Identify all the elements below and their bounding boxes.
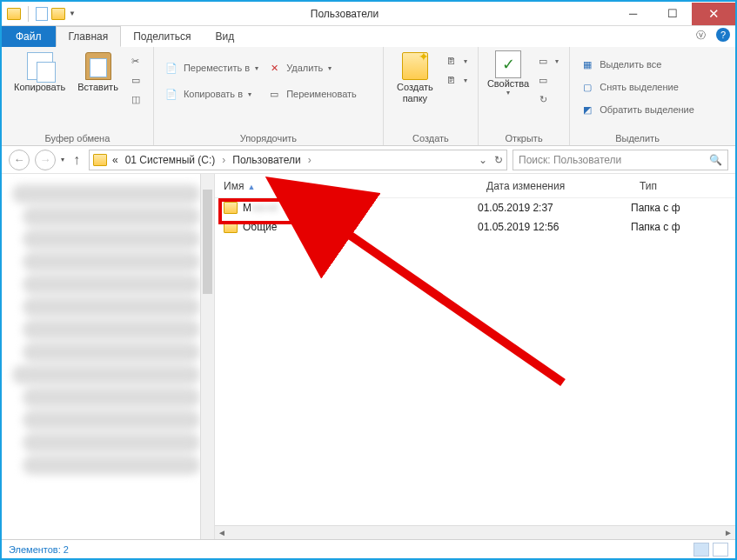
select-all-icon: ▦ (580, 57, 594, 71)
status-bar: Элементов: 2 (2, 539, 735, 558)
group-new: Создать папку 🖹▾ 🖹▾ Создать (384, 47, 479, 145)
properties-button[interactable]: Свойства ▾ (487, 50, 529, 97)
icons-view-button[interactable] (713, 543, 728, 557)
chevron-down-icon: ▾ (255, 64, 258, 72)
horizontal-scrollbar[interactable]: ◄ ► (215, 525, 735, 539)
chevron-down-icon: ▾ (555, 57, 559, 65)
tab-home[interactable]: Главная (56, 26, 122, 47)
view-switcher (693, 543, 728, 557)
rename-icon: ▭ (267, 87, 281, 101)
maximize-button[interactable] (653, 3, 692, 25)
move-to-icon: 📄 (164, 61, 178, 75)
open-button[interactable]: ▭▾ (534, 52, 560, 70)
cut-button[interactable]: ✂ (127, 52, 144, 70)
address-bar[interactable]: « 01 Системный (C:) › Пользователи › ⌄↻ (89, 150, 507, 170)
new-folder-icon[interactable] (51, 8, 65, 20)
new-item-button[interactable]: 🖹▾ (443, 52, 469, 70)
history-icon: ↻ (536, 92, 550, 106)
edit-button[interactable]: ▭ (534, 71, 560, 89)
item-date: 01.05.2019 2:37 (478, 202, 631, 214)
refresh-icon[interactable]: ↻ (494, 154, 503, 166)
tab-share[interactable]: Поделиться (121, 26, 203, 47)
list-item[interactable]: Mевгей 01.05.2019 2:37 Папка с ф (215, 198, 735, 217)
new-folder-button[interactable]: Создать папку (392, 50, 438, 105)
content-area: Имя▲ Дата изменения Тип Mевгей 01.05.201… (2, 174, 735, 539)
column-type[interactable]: Тип (631, 180, 735, 192)
nav-scrollbar[interactable] (200, 174, 214, 539)
chevron-down-icon: ▾ (464, 77, 467, 84)
details-view-button[interactable] (693, 543, 709, 557)
item-type: Папка с ф (631, 221, 735, 233)
easy-access-button[interactable]: 🖹▾ (443, 71, 469, 89)
group-select: ▦Выделить все ▢Снять выделение ◩Обратить… (570, 47, 705, 145)
copy-to-button[interactable]: 📄Копировать в ▾ (163, 85, 260, 103)
shortcut-icon: ◫ (129, 92, 143, 106)
minimize-button[interactable] (613, 3, 653, 25)
delete-icon: ✕ (267, 61, 281, 75)
up-button[interactable]: ↑ (70, 152, 84, 168)
tab-file[interactable]: Файл (2, 26, 56, 47)
chevron-right-icon[interactable]: › (306, 154, 313, 166)
invert-selection-icon: ◩ (580, 103, 594, 117)
file-list: Имя▲ Дата изменения Тип Mевгей 01.05.201… (215, 174, 735, 539)
scrollbar-thumb[interactable] (203, 190, 212, 294)
paste-icon (85, 52, 111, 80)
invert-selection-button[interactable]: ◩Обратить выделение (579, 101, 696, 118)
item-date: 01.05.2019 12:56 (478, 221, 631, 233)
easy-access-icon: 🖹 (445, 73, 459, 87)
move-to-button[interactable]: 📄Переместить в ▾ (163, 59, 260, 77)
window-controls (613, 3, 735, 25)
select-all-button[interactable]: ▦Выделить все (579, 56, 696, 73)
chevron-down-icon: ▾ (506, 89, 510, 97)
list-item[interactable]: Общие 01.05.2019 12:56 Папка с ф (215, 217, 735, 237)
status-text: Элементов: 2 (9, 544, 69, 555)
search-placeholder: Поиск: Пользователи (519, 154, 621, 166)
folder-icon[interactable] (7, 8, 21, 20)
open-icon: ▭ (536, 54, 550, 68)
tab-view[interactable]: Вид (203, 26, 246, 47)
close-button[interactable] (692, 3, 735, 25)
folder-icon (224, 221, 238, 233)
group-open: Свойства ▾ ▭▾ ▭ ↻ Открыть (479, 47, 570, 145)
sort-asc-icon: ▲ (244, 183, 255, 191)
chevron-right-icon[interactable]: › (220, 154, 227, 166)
column-name[interactable]: Имя▲ (215, 180, 478, 192)
item-type: Папка с ф (631, 202, 735, 214)
qat-dropdown-icon[interactable]: ▼ (69, 10, 76, 17)
scroll-right-icon[interactable]: ► (721, 528, 735, 537)
paste-button[interactable]: Вставить (74, 50, 122, 95)
back-button[interactable]: ← (9, 150, 30, 170)
delete-button[interactable]: ✕Удалить ▾ (265, 59, 358, 77)
breadcrumb-folder[interactable]: Пользователи (231, 154, 302, 166)
select-none-button[interactable]: ▢Снять выделение (579, 78, 696, 96)
column-date[interactable]: Дата изменения (478, 180, 631, 192)
item-name: Mевгей (243, 202, 278, 214)
cut-icon: ✂ (129, 54, 143, 68)
copy-path-button[interactable]: ▭ (127, 71, 144, 89)
history-button[interactable]: ↻ (534, 90, 560, 108)
breadcrumb-drive[interactable]: 01 Системный (C:) (124, 154, 218, 166)
chevron-down-icon: ▾ (464, 57, 467, 65)
item-name: Общие (243, 221, 277, 233)
copy-button[interactable]: Копировать (10, 50, 69, 95)
scroll-left-icon[interactable]: ◄ (215, 528, 229, 537)
nav-tree-blurred (2, 174, 214, 485)
folder-icon (224, 202, 238, 214)
help-icon[interactable]: ? (716, 28, 730, 42)
copy-icon (27, 52, 53, 80)
history-dropdown-icon[interactable]: ▾ (61, 156, 64, 163)
rename-button[interactable]: ▭Переименовать (265, 85, 358, 103)
search-input[interactable]: Поиск: Пользователи 🔍 (513, 150, 728, 170)
search-icon: 🔍 (709, 154, 722, 166)
forward-button[interactable]: → (35, 150, 56, 170)
column-headers: Имя▲ Дата изменения Тип (215, 174, 735, 198)
properties-icon[interactable] (36, 7, 48, 21)
address-dropdown-icon[interactable]: ⌄ (479, 154, 487, 166)
new-folder-icon (402, 52, 428, 80)
navigation-pane[interactable] (2, 174, 215, 539)
path-icon: ▭ (129, 73, 143, 87)
collapse-ribbon-icon[interactable]: ⓥ (696, 29, 706, 42)
paste-shortcut-button[interactable]: ◫ (127, 90, 144, 108)
navigation-bar: ← → ▾ ↑ « 01 Системный (C:) › Пользовате… (2, 146, 735, 174)
chevron-down-icon: ▾ (328, 64, 332, 72)
